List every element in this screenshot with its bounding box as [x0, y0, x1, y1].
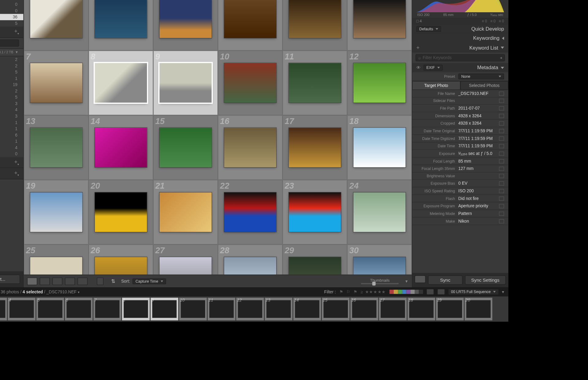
- grid-cell[interactable]: 23: [282, 180, 347, 244]
- grid-cell[interactable]: 2: [89, 0, 153, 51]
- sync-settings-button[interactable]: Sync Settings: [465, 276, 506, 285]
- folder-row[interactable]: 20102: [0, 62, 23, 69]
- folder-row[interactable]: 20220: [0, 151, 23, 157]
- add-collection-icon[interactable]: +▾: [14, 159, 19, 166]
- grid-cell[interactable]: 6: [347, 0, 412, 51]
- compare-view-button[interactable]: [52, 277, 62, 285]
- filmstrip-cell[interactable]: 3: [0, 298, 7, 320]
- metadata-action-icon[interactable]: [499, 144, 504, 148]
- subfolder-row[interactable]: 2013-11-123: [0, 113, 23, 119]
- grid-cell[interactable]: 16: [218, 115, 282, 180]
- quick-develop-title[interactable]: Quick Develop: [471, 26, 504, 32]
- keywording-header[interactable]: Keywording: [412, 34, 508, 43]
- filmstrip-cell[interactable]: 18: [408, 298, 435, 320]
- grid-view-button[interactable]: [27, 277, 37, 285]
- folder-row[interactable]: 20092: [0, 56, 23, 62]
- filmstrip-cell[interactable]: 15: [322, 298, 349, 320]
- tab-target-photo[interactable]: Target Photo: [412, 81, 460, 90]
- metadata-action-icon[interactable]: [499, 159, 504, 163]
- color-label-filter[interactable]: [389, 290, 423, 294]
- sort-select[interactable]: Capture Time: [133, 278, 166, 284]
- folder-row[interactable]: 20174: [0, 144, 23, 151]
- grid-cell[interactable]: 9: [153, 51, 218, 115]
- filter-toggle-2[interactable]: [437, 289, 445, 295]
- filter-menu-icon[interactable]: ▾: [502, 289, 504, 294]
- filmstrip-cell[interactable]: 13: [265, 298, 292, 320]
- painter-tool-button[interactable]: [97, 277, 104, 285]
- people-view-button[interactable]: [77, 277, 88, 285]
- survey-view-button[interactable]: [65, 277, 75, 285]
- collections-header[interactable]: Collections +▾: [0, 157, 23, 168]
- metadata-action-icon[interactable]: [499, 211, 504, 216]
- metadata-view-select[interactable]: EXIF: [424, 65, 443, 70]
- catalog-row[interactable]: All Synced Photographs0: [0, 1, 23, 8]
- filmstrip-cell[interactable]: 5: [36, 298, 64, 320]
- catalog-row[interactable]: Previous Import36: [0, 14, 23, 20]
- filmstrip-cell[interactable]: 8: [122, 298, 149, 320]
- grid-cell[interactable]: 18: [347, 115, 412, 180]
- subfolder-row[interactable]: 2013-08-122: [0, 88, 23, 94]
- metadata-preset-select[interactable]: None: [458, 73, 504, 79]
- filmstrip-cell[interactable]: 17: [379, 298, 406, 320]
- metadata-action-icon[interactable]: [499, 114, 504, 118]
- tab-selected-photos[interactable]: Selected Photos: [460, 81, 508, 90]
- metadata-action-icon[interactable]: [499, 106, 504, 110]
- metadata-header[interactable]: 👁 EXIF Metadata: [412, 63, 508, 72]
- catalog-row[interactable]: Added by Previous Export5: [0, 20, 23, 27]
- metadata-action-icon[interactable]: [499, 151, 504, 156]
- filmstrip-cell[interactable]: 7: [93, 298, 121, 320]
- filter-toggle-1[interactable]: [426, 289, 434, 295]
- folder-row[interactable]: 20161: [0, 138, 23, 145]
- folders-filter-input[interactable]: ⌕ Filter Folders: [0, 39, 19, 46]
- sort-direction-button[interactable]: ⇅: [111, 278, 115, 284]
- metadata-action-icon[interactable]: [499, 219, 504, 223]
- grid-cell[interactable]: 28: [218, 244, 282, 275]
- filmstrip-cell[interactable]: 12: [236, 298, 264, 320]
- rating-filter[interactable]: ≥ ★★★★★: [361, 289, 386, 294]
- metadata-action-icon[interactable]: [499, 189, 504, 193]
- filmstrip-cell[interactable]: 4: [8, 298, 35, 320]
- filmstrip-cell[interactable]: 19: [436, 298, 464, 320]
- filter-preset-select-bottom[interactable]: 00 LRT5 Full Sequence: [448, 289, 499, 295]
- grid-cell[interactable]: 5: [282, 0, 347, 51]
- flag-picked-icon[interactable]: ⚑: [339, 289, 343, 294]
- eye-icon[interactable]: 👁: [416, 65, 421, 70]
- subfolder-row[interactable]: 2013-08-183: [0, 100, 23, 107]
- grid-cell[interactable]: 20: [89, 180, 153, 244]
- grid-cell[interactable]: 8: [89, 51, 153, 115]
- filmstrip-cell[interactable]: 16: [350, 298, 378, 320]
- add-publish-icon[interactable]: +▾: [14, 170, 19, 177]
- grid-cell[interactable]: 11: [282, 51, 347, 115]
- grid-cell[interactable]: 30: [347, 244, 412, 275]
- subfolder-row[interactable]: 2013-08-145: [0, 94, 23, 100]
- grid-cell[interactable]: 29: [282, 244, 347, 275]
- grid-cell[interactable]: 24: [347, 180, 412, 244]
- add-folder-icon[interactable]: +▾: [14, 28, 19, 36]
- grid-cell[interactable]: 7: [24, 51, 89, 115]
- grid-cell[interactable]: 19: [24, 180, 89, 244]
- filmstrip-cell[interactable]: 14: [293, 298, 321, 320]
- grid-cell[interactable]: 22: [218, 180, 282, 244]
- subfolder-row[interactable]: 2013-11-131: [0, 119, 23, 126]
- folder-row[interactable]: 201319: [0, 81, 23, 88]
- keyword-filter-input[interactable]: ⌕ Filter Keywords ◂: [416, 54, 505, 61]
- metadata-action-icon[interactable]: [499, 181, 504, 186]
- grid-cell[interactable]: 27: [153, 244, 218, 275]
- auto-sync-toggle[interactable]: [415, 276, 426, 283]
- flag-rejected-icon[interactable]: ⚑: [353, 289, 357, 294]
- grid-cell[interactable]: 4: [218, 0, 282, 51]
- grid-cell[interactable]: 10: [218, 51, 282, 115]
- publish-header[interactable]: Publish Services +▾: [0, 168, 23, 179]
- grid-cell[interactable]: 15: [153, 115, 218, 180]
- grid-cell[interactable]: 26: [89, 244, 153, 275]
- metadata-action-icon[interactable]: [499, 121, 504, 126]
- toolbar-menu-icon[interactable]: ▼: [405, 279, 408, 283]
- thumbnail-grid[interactable]: 1234567891011121314151617181920212223242…: [24, 0, 412, 275]
- grid-cell[interactable]: 17: [282, 115, 347, 180]
- chevron-down-icon[interactable]: ▼: [15, 50, 18, 54]
- metadata-action-icon[interactable]: [499, 167, 504, 171]
- metadata-action-icon[interactable]: [499, 91, 504, 96]
- export-button[interactable]: Export...: [0, 275, 20, 284]
- add-keyword-icon[interactable]: +: [416, 44, 419, 51]
- grid-cell[interactable]: 1: [24, 0, 89, 51]
